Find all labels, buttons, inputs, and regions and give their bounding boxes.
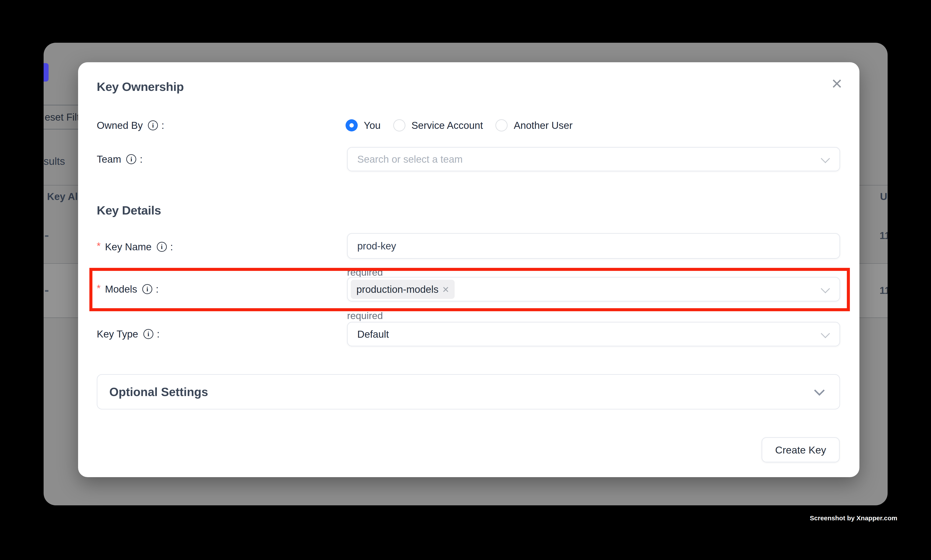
radio-icon[interactable] [496,119,508,131]
owned-by-label: Owned Byi: [97,117,164,134]
section-title-key-ownership: Key Ownership [97,80,184,94]
tag-remove-icon[interactable]: × [442,284,449,295]
label-colon: : [170,241,173,253]
key-type-label: Key Typei: [97,325,160,343]
key-type-value: Default [357,328,389,340]
results-count-fragment: sults [44,155,65,167]
label-colon: : [156,283,159,295]
info-icon: i [142,284,152,294]
label-colon: : [157,328,160,340]
section-title-key-details: Key Details [97,203,161,217]
team-select[interactable]: Search or select a team [347,147,840,171]
radio-label: You [364,120,381,131]
radio-label: Service Account [411,120,483,131]
team-select-placeholder: Search or select a team [357,153,463,165]
team-label: Teami: [97,151,143,168]
table-cell-updated: 11/ [880,285,888,296]
xnapper-watermark: Screenshot by Xnapper.com [806,514,901,522]
info-icon: i [148,120,158,130]
label-colon: : [140,153,143,165]
chevron-down-icon [815,387,823,395]
create-key-button[interactable]: Create Key [762,437,840,462]
required-asterisk: * [97,282,101,294]
optional-settings-title: Optional Settings [109,385,208,399]
table-cell-updated: 11/ [880,230,888,242]
models-label-text: Models [105,283,137,295]
create-key-modal: Key Ownership × Owned Byi: You Service A… [78,62,859,477]
chevron-down-icon [821,155,829,163]
models-selected-tag: production-models × [351,280,455,299]
tag-label: production-models [356,283,439,295]
models-label: *Modelsi: [97,280,159,298]
chevron-down-icon [821,285,829,293]
radio-icon[interactable] [346,119,358,131]
radio-option-another-user[interactable]: Another User [496,119,572,131]
info-icon: i [126,154,136,164]
create-key-button-fragment [44,63,49,82]
table-right-column: Up 11/ 11/ [859,43,888,505]
radio-icon[interactable] [393,119,405,131]
close-icon[interactable]: × [826,72,848,94]
key-name-label: *Key Namei: [97,238,173,255]
chevron-down-icon [821,330,829,338]
key-name-validation-message: required [347,267,383,278]
label-colon: : [162,120,164,131]
table-cell-alias: - [45,227,49,243]
team-label-text: Team [97,153,121,165]
table-cell-alias: - [45,282,49,297]
key-type-label-text: Key Type [97,328,138,340]
radio-option-you[interactable]: You [346,119,381,131]
column-header-updated: Up [880,191,888,202]
key-name-label-text: Key Name [105,241,152,253]
models-select[interactable]: production-models × [347,277,840,302]
owned-by-label-text: Owned By [97,120,143,131]
key-name-input[interactable] [347,233,840,259]
radio-label: Another User [514,120,572,131]
owned-by-radio-group: You Service Account Another User [346,117,572,134]
info-icon: i [157,242,167,252]
models-validation-message: required [347,310,383,322]
info-icon: i [143,329,153,339]
key-type-select[interactable]: Default [347,322,840,346]
radio-option-service-account[interactable]: Service Account [393,119,483,131]
required-asterisk: * [97,240,101,252]
optional-settings-header[interactable]: Optional Settings [97,374,840,409]
